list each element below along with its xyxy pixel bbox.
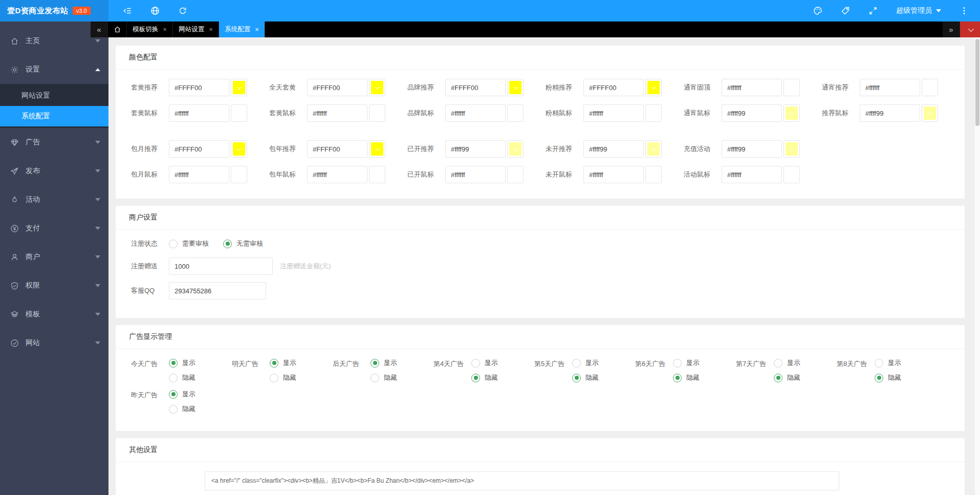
- color-value-input[interactable]: [583, 166, 644, 183]
- color-swatch-button[interactable]: [369, 166, 385, 183]
- sidebar-item-ads[interactable]: 广告: [0, 128, 108, 157]
- color-swatch-button[interactable]: [231, 104, 247, 122]
- color-value-input[interactable]: [722, 104, 782, 122]
- color-swatch-button[interactable]: [783, 79, 800, 96]
- color-swatch-button[interactable]: [507, 104, 524, 122]
- tabs-scroll-left-button[interactable]: «: [91, 21, 108, 37]
- color-swatch-button[interactable]: [231, 140, 247, 158]
- ad-show-radio[interactable]: 显示: [471, 358, 498, 368]
- sidebar-item-system-config[interactable]: 系统配置: [0, 106, 108, 126]
- color-value-input[interactable]: [307, 104, 367, 122]
- service-qq-input[interactable]: [169, 282, 266, 299]
- color-value-input[interactable]: [169, 104, 229, 122]
- sidebar-item-website-settings[interactable]: 网站设置: [0, 85, 108, 106]
- ad-show-radio[interactable]: 显示: [875, 358, 901, 368]
- tabs-operations-dropdown[interactable]: [960, 21, 980, 37]
- ad-show-radio[interactable]: 显示: [673, 358, 700, 368]
- ad-hide-radio[interactable]: 隐藏: [774, 373, 800, 382]
- register-status-no-audit-radio[interactable]: 无需审核: [223, 239, 263, 248]
- register-status-need-audit-radio[interactable]: 需要审核: [169, 239, 209, 248]
- color-swatch-button[interactable]: [922, 79, 938, 96]
- tabs-scroll-right-button[interactable]: »: [943, 21, 960, 37]
- chevron-down-icon: [95, 313, 100, 316]
- sidebar-item-payment[interactable]: 支付: [0, 214, 108, 243]
- color-value-input[interactable]: [722, 79, 782, 96]
- sidebar-item-activity[interactable]: 活动: [0, 185, 108, 214]
- color-swatch-button[interactable]: [507, 166, 524, 183]
- sidebar-item-templates[interactable]: 模板: [0, 300, 108, 329]
- ad-show-radio[interactable]: 显示: [572, 358, 599, 368]
- color-value-input[interactable]: [583, 79, 644, 96]
- color-swatch-button[interactable]: [645, 79, 662, 96]
- color-swatch-button[interactable]: [783, 166, 800, 183]
- color-value-input[interactable]: [445, 140, 506, 158]
- register-gift-input[interactable]: [169, 257, 273, 275]
- footer-code-textarea[interactable]: <a href="/" class="clearfix"><div><b>精品」…: [205, 471, 839, 490]
- ad-hide-radio[interactable]: 隐藏: [572, 373, 599, 382]
- color-value-input[interactable]: [169, 79, 229, 96]
- color-value-input[interactable]: [169, 166, 229, 183]
- color-swatch-button[interactable]: [645, 104, 662, 122]
- sidebar-item-settings[interactable]: 设置: [0, 55, 108, 84]
- ad-show-radio[interactable]: 显示: [371, 358, 397, 368]
- tab-template-switch[interactable]: 模板切换 ×: [127, 21, 173, 37]
- color-value-input[interactable]: [722, 140, 782, 158]
- color-value-input[interactable]: [445, 79, 506, 96]
- color-value-input[interactable]: [445, 104, 506, 122]
- color-swatch-button[interactable]: [369, 104, 385, 122]
- sidebar-item-website[interactable]: 网站: [0, 329, 108, 357]
- logo-area: 壹D资商业发布站 v3.0: [0, 0, 108, 21]
- tab-website-settings[interactable]: 网站设置 ×: [173, 21, 219, 37]
- color-value-input[interactable]: [722, 166, 782, 183]
- color-swatch-button[interactable]: [231, 166, 247, 183]
- color-swatch-button[interactable]: [369, 79, 385, 96]
- ad-hide-radio[interactable]: 隐藏: [169, 373, 195, 382]
- close-icon[interactable]: ×: [209, 26, 213, 33]
- scrollbar-thumb[interactable]: [975, 39, 979, 126]
- color-swatch-button[interactable]: [645, 166, 662, 183]
- sidebar-item-permissions[interactable]: 权限: [0, 271, 108, 300]
- sidebar-item-publish[interactable]: 发布: [0, 157, 108, 185]
- color-value-input[interactable]: [445, 166, 506, 183]
- user-menu[interactable]: 超级管理员: [896, 6, 941, 15]
- ad-show-radio[interactable]: 显示: [169, 390, 195, 399]
- close-icon[interactable]: ×: [255, 26, 259, 33]
- tab-home[interactable]: [108, 21, 127, 37]
- ad-hide-radio[interactable]: 隐藏: [875, 373, 901, 382]
- color-value-input[interactable]: [860, 104, 920, 122]
- color-swatch-button[interactable]: [231, 79, 247, 96]
- color-value-input[interactable]: [307, 79, 367, 96]
- color-value-input[interactable]: [860, 79, 920, 96]
- color-swatch-button[interactable]: [783, 140, 800, 158]
- close-icon[interactable]: ×: [163, 26, 167, 33]
- ad-hide-radio[interactable]: 隐藏: [371, 373, 397, 382]
- sidebar-item-merchant[interactable]: 商户: [0, 243, 108, 271]
- tab-system-config[interactable]: 系统配置 ×: [219, 21, 265, 37]
- color-value-input[interactable]: [307, 166, 367, 183]
- color-swatch-button[interactable]: [507, 140, 524, 158]
- ad-show-radio[interactable]: 显示: [270, 358, 296, 368]
- tag-icon[interactable]: [841, 6, 850, 15]
- color-swatch-button[interactable]: [507, 79, 524, 96]
- color-swatch-button[interactable]: [645, 140, 662, 158]
- ad-hide-radio[interactable]: 隐藏: [471, 373, 498, 382]
- collapse-sidebar-icon[interactable]: [123, 6, 132, 15]
- color-value-input[interactable]: [307, 140, 367, 158]
- globe-icon[interactable]: [150, 6, 160, 15]
- theme-palette-icon[interactable]: [813, 6, 822, 15]
- ad-show-radio[interactable]: 显示: [774, 358, 800, 368]
- color-value-input[interactable]: [583, 104, 644, 122]
- refresh-icon[interactable]: [178, 6, 187, 15]
- kebab-menu-icon[interactable]: [960, 6, 969, 15]
- ad-show-radio[interactable]: 显示: [169, 358, 195, 368]
- color-swatch-button[interactable]: [783, 104, 800, 122]
- fullscreen-icon[interactable]: [868, 6, 878, 15]
- color-value-input[interactable]: [583, 140, 644, 158]
- color-value-input[interactable]: [169, 140, 229, 158]
- color-swatch-button[interactable]: [922, 104, 938, 122]
- ad-hide-radio[interactable]: 隐藏: [270, 373, 296, 382]
- ad-hide-radio[interactable]: 隐藏: [169, 404, 195, 414]
- section-title-ads: 广告显示管理: [116, 325, 965, 349]
- ad-hide-radio[interactable]: 隐藏: [673, 373, 700, 382]
- color-swatch-button[interactable]: [369, 140, 385, 158]
